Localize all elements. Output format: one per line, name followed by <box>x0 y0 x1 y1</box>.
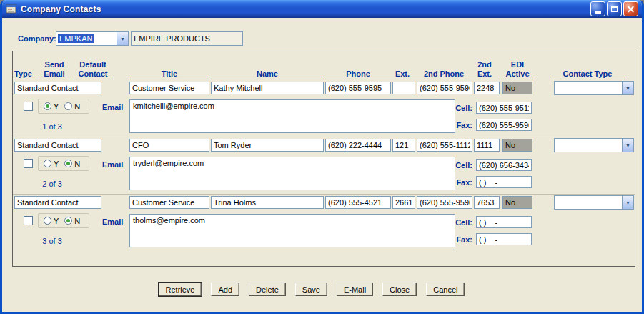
contact-type-combo[interactable]: ▼ <box>554 138 634 152</box>
contact-type-value <box>555 139 622 152</box>
contact-row: No ▼ Y N Email kmitchelll@empire.com Cel… <box>12 81 635 138</box>
header-name: Name <box>211 69 324 79</box>
chevron-down-icon[interactable]: ▼ <box>622 196 633 209</box>
edi-active-field: No <box>502 82 532 94</box>
name-field[interactable] <box>211 139 324 152</box>
email-label: Email <box>102 103 123 112</box>
send-email-radio-group: Y N <box>38 213 89 228</box>
minimize-button[interactable] <box>590 1 605 16</box>
email-field[interactable]: tholms@empire.com <box>129 214 455 247</box>
retrieve-button[interactable]: Retrieve <box>159 283 202 296</box>
default-contact-checkbox[interactable] <box>24 102 33 111</box>
ext-field[interactable] <box>392 196 415 209</box>
maximize-icon <box>611 6 618 12</box>
company-code: EMPKAN <box>58 34 94 43</box>
fax-label: Fax: <box>441 178 472 187</box>
phone-field[interactable] <box>325 196 391 209</box>
chevron-down-icon[interactable]: ▼ <box>622 82 633 94</box>
window-icon <box>6 4 17 15</box>
close-button[interactable]: Close <box>382 283 417 296</box>
ext-field[interactable] <box>392 82 415 94</box>
radio-no[interactable] <box>64 217 72 225</box>
company-combo[interactable]: EMPKAN ▼ <box>56 31 129 46</box>
email-field[interactable]: kmitchelll@empire.com <box>129 99 455 133</box>
radio-no-label: N <box>74 217 80 225</box>
contact-type-value <box>555 82 622 94</box>
title-field[interactable] <box>129 139 209 152</box>
maximize-button[interactable] <box>607 1 622 16</box>
window-title: Company Contacts <box>21 4 590 14</box>
radio-no[interactable] <box>64 102 72 110</box>
edi-active-field: No <box>502 139 532 152</box>
fax-label: Fax: <box>441 121 472 129</box>
header-edi-line: EDI <box>501 60 534 69</box>
cell-field[interactable] <box>476 102 532 114</box>
title-field[interactable] <box>129 82 209 94</box>
button-bar: Retrieve Add Delete Save E-Mail Close Ca… <box>2 283 621 296</box>
phone-field[interactable] <box>325 139 391 152</box>
header-edi-active: EDI Active <box>501 60 534 79</box>
radio-yes-label: Y <box>54 102 59 111</box>
contact-type-combo[interactable]: ▼ <box>554 195 634 210</box>
phone2-field[interactable] <box>417 196 472 209</box>
title-field[interactable] <box>129 196 209 209</box>
company-combo-value: EMPKAN <box>56 32 117 45</box>
send-email-radio-group: Y N <box>38 99 89 114</box>
send-email-radio-group: Y N <box>38 156 89 171</box>
ext2-field[interactable] <box>474 196 500 209</box>
email-label: Email <box>102 217 123 226</box>
name-field[interactable] <box>211 196 324 209</box>
chevron-down-icon[interactable]: ▼ <box>117 32 128 45</box>
type-field[interactable] <box>14 196 101 209</box>
radio-yes[interactable] <box>44 102 51 110</box>
header-2nd-phone: 2nd Phone <box>415 69 473 79</box>
name-field[interactable] <box>211 82 324 94</box>
cell-field[interactable] <box>476 159 532 171</box>
type-field[interactable] <box>14 82 101 94</box>
ext-field[interactable] <box>392 139 415 152</box>
cell-field[interactable] <box>476 216 532 228</box>
phone2-field[interactable] <box>417 82 472 94</box>
radio-no[interactable] <box>64 160 72 167</box>
record-position: 1 of 3 <box>31 122 74 131</box>
delete-button[interactable]: Delete <box>249 283 286 296</box>
contact-row: No ▼ Y N Email tryderl@empire.com Cell: … <box>12 138 635 195</box>
type-field[interactable] <box>14 139 101 152</box>
header-default-line: Default <box>74 60 112 69</box>
chevron-down-icon[interactable]: ▼ <box>622 139 633 152</box>
fax-field[interactable] <box>476 176 532 188</box>
close-button[interactable] <box>623 1 638 16</box>
cancel-button[interactable]: Cancel <box>426 283 465 296</box>
save-button[interactable]: Save <box>295 283 327 296</box>
email-button[interactable]: E-Mail <box>337 283 373 296</box>
company-label: Company: <box>18 34 56 43</box>
email-field[interactable]: tryderl@empire.com <box>129 157 455 190</box>
email-label: Email <box>102 160 123 169</box>
titlebar[interactable]: Company Contacts <box>2 0 642 18</box>
fax-field[interactable] <box>476 119 532 131</box>
ext2-field[interactable] <box>474 82 500 94</box>
header-ext: Ext. <box>389 69 416 79</box>
header-phone: Phone <box>325 69 391 79</box>
record-position: 3 of 3 <box>31 237 74 245</box>
fax-field[interactable] <box>476 233 532 245</box>
ext2-field[interactable] <box>474 139 500 152</box>
radio-yes[interactable] <box>44 217 51 225</box>
header-send-line: Send <box>39 60 69 69</box>
contact-type-combo[interactable]: ▼ <box>554 81 634 95</box>
radio-yes[interactable] <box>44 160 51 167</box>
record-position: 2 of 3 <box>31 180 74 188</box>
phone-field[interactable] <box>325 82 391 94</box>
edi-active-field: No <box>502 196 532 209</box>
header-send-email: Send Email <box>39 60 69 79</box>
titlebar-buttons <box>590 1 638 16</box>
header-contact-line: Contact <box>74 69 112 79</box>
default-contact-checkbox[interactable] <box>24 159 33 168</box>
row-divider <box>13 194 635 195</box>
default-contact-checkbox[interactable] <box>24 216 33 225</box>
add-button[interactable]: Add <box>211 283 239 296</box>
header-2nd-ext: 2nd Ext. <box>470 60 500 79</box>
phone2-field[interactable] <box>417 139 472 152</box>
fax-label: Fax: <box>441 235 472 244</box>
minimize-icon <box>595 11 601 14</box>
